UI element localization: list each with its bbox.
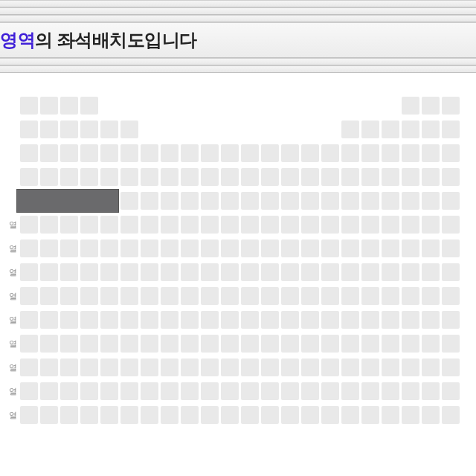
seat[interactable] xyxy=(161,406,178,424)
seat[interactable] xyxy=(301,287,319,305)
seat[interactable] xyxy=(40,120,58,138)
seat[interactable] xyxy=(201,358,219,376)
seat[interactable] xyxy=(321,263,339,281)
seat[interactable] xyxy=(402,239,419,257)
seat[interactable] xyxy=(141,382,158,400)
seat[interactable] xyxy=(120,335,138,353)
seat[interactable] xyxy=(341,168,359,186)
seat[interactable] xyxy=(20,311,38,329)
seat[interactable] xyxy=(80,263,98,281)
seat[interactable] xyxy=(281,168,299,186)
seat[interactable] xyxy=(301,239,319,257)
seat[interactable] xyxy=(281,406,299,424)
seat[interactable] xyxy=(80,311,98,329)
seat[interactable] xyxy=(80,358,98,376)
seat[interactable] xyxy=(261,358,279,376)
seat[interactable] xyxy=(201,192,219,210)
seat[interactable] xyxy=(141,358,158,376)
seat[interactable] xyxy=(80,382,98,400)
seat[interactable] xyxy=(281,382,299,400)
seat[interactable] xyxy=(161,358,178,376)
seat[interactable] xyxy=(442,168,460,186)
seat[interactable] xyxy=(261,168,279,186)
seat[interactable] xyxy=(281,192,299,210)
seat[interactable] xyxy=(120,382,138,400)
seat[interactable] xyxy=(402,192,419,210)
seat[interactable] xyxy=(60,382,78,400)
seat[interactable] xyxy=(361,287,379,305)
seat[interactable] xyxy=(281,239,299,257)
seat[interactable] xyxy=(301,358,319,376)
seat[interactable] xyxy=(181,311,199,329)
seat[interactable] xyxy=(181,239,199,257)
seat[interactable] xyxy=(40,168,58,186)
seat[interactable] xyxy=(20,382,38,400)
seat[interactable] xyxy=(40,263,58,281)
seat[interactable] xyxy=(361,382,379,400)
seat[interactable] xyxy=(261,192,279,210)
seat[interactable] xyxy=(241,144,259,162)
seat[interactable] xyxy=(422,192,440,210)
seat[interactable] xyxy=(100,382,118,400)
seat[interactable] xyxy=(402,311,419,329)
seat[interactable] xyxy=(382,382,399,400)
seat[interactable] xyxy=(301,192,319,210)
seat[interactable] xyxy=(181,382,199,400)
seat[interactable] xyxy=(422,335,440,353)
seat[interactable] xyxy=(120,216,138,234)
seat[interactable] xyxy=(100,335,118,353)
seat[interactable] xyxy=(201,287,219,305)
seat[interactable] xyxy=(20,335,38,353)
seat[interactable] xyxy=(321,192,339,210)
seat[interactable] xyxy=(422,406,440,424)
seat[interactable] xyxy=(422,120,440,138)
seat[interactable] xyxy=(261,216,279,234)
seat[interactable] xyxy=(402,287,419,305)
seat[interactable] xyxy=(60,216,78,234)
seat[interactable] xyxy=(241,168,259,186)
seat[interactable] xyxy=(201,311,219,329)
seat[interactable] xyxy=(141,239,158,257)
seat[interactable] xyxy=(80,120,98,138)
seat[interactable] xyxy=(442,216,460,234)
seat[interactable] xyxy=(20,144,38,162)
seat[interactable] xyxy=(301,335,319,353)
seat[interactable] xyxy=(100,287,118,305)
seat[interactable] xyxy=(301,263,319,281)
seat[interactable] xyxy=(361,192,379,210)
seat[interactable] xyxy=(281,335,299,353)
seat[interactable] xyxy=(402,144,419,162)
seat[interactable] xyxy=(261,287,279,305)
seat[interactable] xyxy=(241,263,259,281)
seat[interactable] xyxy=(60,287,78,305)
seat[interactable] xyxy=(221,382,239,400)
seat[interactable] xyxy=(221,263,239,281)
seat[interactable] xyxy=(341,335,359,353)
seat[interactable] xyxy=(20,216,38,234)
seat[interactable] xyxy=(181,192,199,210)
seat[interactable] xyxy=(422,239,440,257)
seat[interactable] xyxy=(60,97,78,115)
seat[interactable] xyxy=(402,335,419,353)
seat[interactable] xyxy=(80,144,98,162)
seat[interactable] xyxy=(321,358,339,376)
seat[interactable] xyxy=(161,168,178,186)
seat[interactable] xyxy=(442,97,460,115)
seat[interactable] xyxy=(141,311,158,329)
seat[interactable] xyxy=(120,358,138,376)
seat[interactable] xyxy=(120,144,138,162)
seat[interactable] xyxy=(120,287,138,305)
seat[interactable] xyxy=(442,406,460,424)
seat[interactable] xyxy=(341,287,359,305)
seat[interactable] xyxy=(321,406,339,424)
seat[interactable] xyxy=(442,311,460,329)
seat[interactable] xyxy=(301,216,319,234)
seat[interactable] xyxy=(321,311,339,329)
seat[interactable] xyxy=(442,144,460,162)
seat[interactable] xyxy=(361,358,379,376)
seat[interactable] xyxy=(422,382,440,400)
seat[interactable] xyxy=(120,263,138,281)
seat[interactable] xyxy=(281,358,299,376)
seat[interactable] xyxy=(120,192,138,210)
seat[interactable] xyxy=(361,239,379,257)
